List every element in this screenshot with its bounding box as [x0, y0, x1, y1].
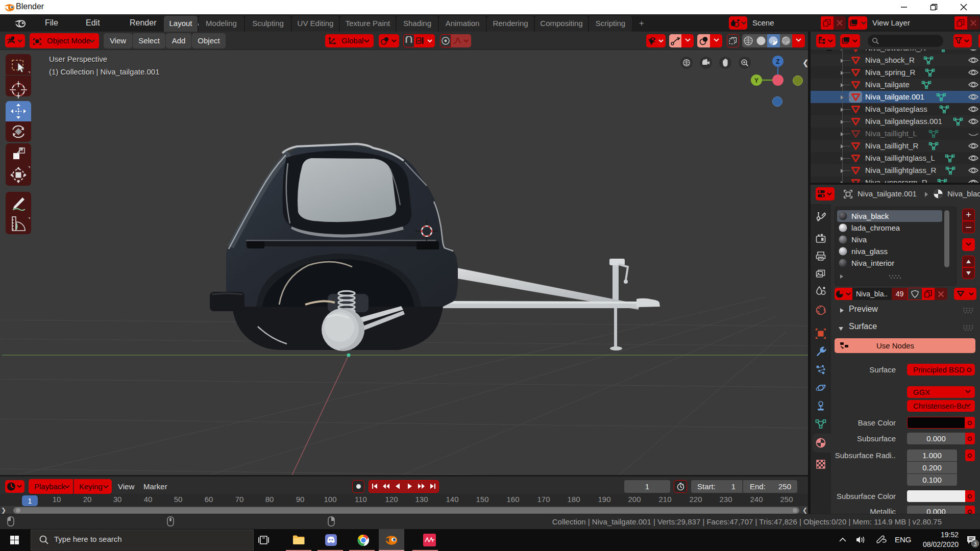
svg-text:Y: Y	[754, 77, 758, 84]
svg-text:Z: Z	[776, 58, 779, 65]
